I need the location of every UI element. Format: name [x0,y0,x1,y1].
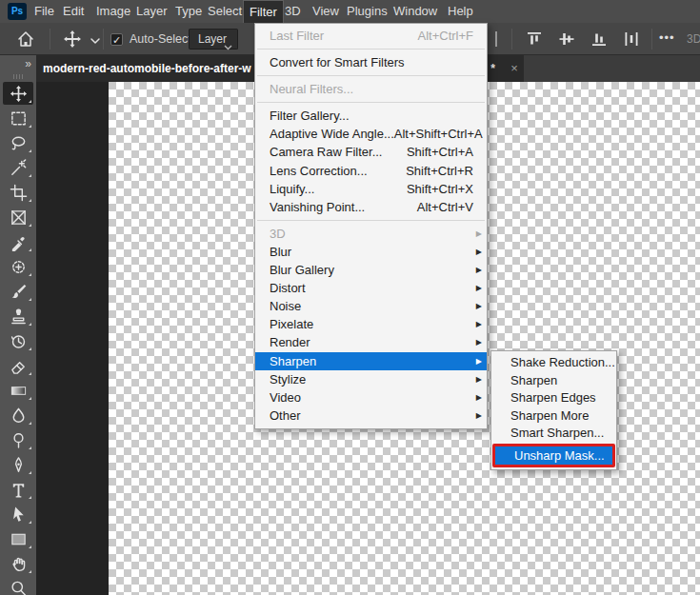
menubar-item-3d[interactable]: 3D [279,0,307,23]
menu-separator [257,220,485,221]
tool-eraser[interactable] [3,354,33,377]
submenu-arrow-icon: ▶ [476,225,482,243]
tool-gradient[interactable] [3,379,33,402]
filter-menu-dropdown: Last FilterAlt+Ctrl+FConvert for Smart F… [254,23,488,429]
tool-healing-brush[interactable] [3,255,33,278]
menubar-item-file[interactable]: File [29,0,60,23]
collapse-panel-button[interactable]: » [0,55,36,72]
menu-item-label: Filter Gallery... [255,107,350,125]
tool-path-selection[interactable] [3,503,33,526]
move-icon [10,85,28,103]
menu-item-blur-gallery[interactable]: Blur Gallery▶ [255,261,487,279]
tool-hand[interactable] [3,552,33,575]
submenu-arrow-icon: ▶ [476,388,482,407]
submenu-arrow-icon: ▶ [476,352,482,370]
menubar-item-select[interactable]: Select [202,0,248,23]
menu-item-other[interactable]: Other▶ [255,407,487,425]
healing-brush-icon [10,258,28,276]
menubar-item-help[interactable]: Help [442,0,479,23]
submenu-item-sharpen[interactable]: Sharpen [491,372,616,390]
menu-item-label: Render [255,333,310,351]
tool-pen[interactable] [3,453,33,476]
tool-magic-wand[interactable] [3,156,33,179]
menu-item-convert-for-smart-filters[interactable]: Convert for Smart Filters [255,53,487,71]
tool-clone-stamp[interactable] [3,305,33,327]
gradient-icon [10,382,28,400]
tool-eyedropper[interactable] [3,230,33,253]
tool-zoom[interactable] [3,577,33,595]
menubar-item-image[interactable]: Image [90,0,136,23]
menu-item-label: 3D [255,225,286,243]
distribute-horizontal-centers-icon[interactable] [622,30,641,49]
menu-bar: Ps FileEditImageLayerTypeSelectFilter3DV… [0,0,700,23]
tool-lasso[interactable] [3,131,33,154]
menu-item-sharpen[interactable]: Sharpen▶ [255,352,487,370]
menu-item-adaptive-wide-angle[interactable]: Adaptive Wide Angle...Alt+Shift+Ctrl+A [255,125,487,143]
menu-separator [257,102,485,103]
home-icon[interactable] [16,30,35,49]
menu-item-liquify[interactable]: Liquify...Shift+Ctrl+X [255,180,487,198]
blur-icon [10,407,28,425]
menu-item-lens-correction[interactable]: Lens Correction...Shift+Ctrl+R [255,162,487,180]
type-icon [10,481,28,499]
tool-frame[interactable] [3,206,33,228]
submenu-item-unsharp-mask[interactable]: Unsharp Mask... [495,446,612,465]
submenu-arrow-icon: ▶ [476,279,482,297]
3d-mode-button[interactable]: 3D [687,23,700,55]
submenu-item-sharpen-more[interactable]: Sharpen More [491,407,616,426]
menu-item-stylize[interactable]: Stylize▶ [255,370,487,388]
align-vertical-centers-icon[interactable] [557,30,576,49]
menubar-item-filter[interactable]: Filter [243,0,284,23]
eraser-icon [10,357,28,375]
submenu-arrow-icon: ▶ [476,407,482,425]
menubar-item-edit[interactable]: Edit [57,0,90,23]
more-options-button[interactable]: ••• [659,23,675,55]
menu-item-label: Distort [255,279,306,297]
menubar-item-layer[interactable]: Layer [130,0,173,23]
menu-item-neural-filters[interactable]: Neural Filters... [255,80,487,98]
magic-wand-icon [10,159,28,177]
panel-grip[interactable] [0,72,36,80]
crop-icon [10,184,28,202]
tool-crop[interactable] [3,181,33,204]
menu-item-blur[interactable]: Blur▶ [255,243,487,261]
tool-dodge[interactable] [3,428,33,451]
history-brush-icon [10,332,28,350]
menu-item-label: Adaptive Wide Angle... [255,125,394,143]
menubar-item-window[interactable]: Window [388,0,443,23]
auto-select-target-dropdown[interactable]: Layer [189,29,238,50]
menu-item-vanishing-point[interactable]: Vanishing Point...Alt+Ctrl+V [255,198,487,216]
menu-item-distort[interactable]: Distort▶ [255,279,487,297]
tool-blur[interactable] [3,404,33,426]
align-top-edges-icon[interactable] [525,30,544,49]
submenu-item-shake-reduction[interactable]: Shake Reduction... [491,354,616,372]
tool-rectangle[interactable] [3,527,33,550]
eyedropper-icon [10,233,28,251]
close-tab-icon[interactable]: × [507,55,522,82]
tool-history-brush[interactable] [3,329,33,352]
menu-item-label: Vanishing Point... [255,198,365,216]
menu-item-noise[interactable]: Noise▶ [255,297,487,315]
align-bottom-edges-icon[interactable] [590,30,609,49]
menu-item-render[interactable]: Render▶ [255,333,487,351]
submenu-item-smart-sharpen[interactable]: Smart Sharpen... [491,425,616,443]
auto-select-checkbox[interactable]: ✓ [110,33,123,46]
menu-item-pixelate[interactable]: Pixelate▶ [255,315,487,333]
menu-item-camera-raw-filter[interactable]: Camera Raw Filter...Shift+Ctrl+A [255,143,487,161]
submenu-item-sharpen-edges[interactable]: Sharpen Edges [491,389,616,407]
menu-item-shortcut: Shift+Ctrl+X [407,180,487,198]
chevron-down-icon[interactable] [86,32,105,51]
menu-item-video[interactable]: Video▶ [255,388,487,407]
tool-rectangular-marquee[interactable] [3,107,33,129]
move-tool-preset-icon[interactable] [63,30,82,49]
menu-item-last-filter[interactable]: Last FilterAlt+Ctrl+F [255,27,487,45]
menu-item-3d[interactable]: 3D▶ [255,225,487,243]
menu-item-label: Blur Gallery [255,261,334,279]
menu-item-label: Other [255,407,301,425]
tool-type[interactable] [3,478,33,501]
tool-brush[interactable] [3,280,33,303]
menu-item-filter-gallery[interactable]: Filter Gallery... [255,107,487,125]
tool-move[interactable] [3,82,33,105]
menubar-item-plugins[interactable]: Plugins [341,0,393,23]
menubar-item-view[interactable]: View [307,0,345,23]
